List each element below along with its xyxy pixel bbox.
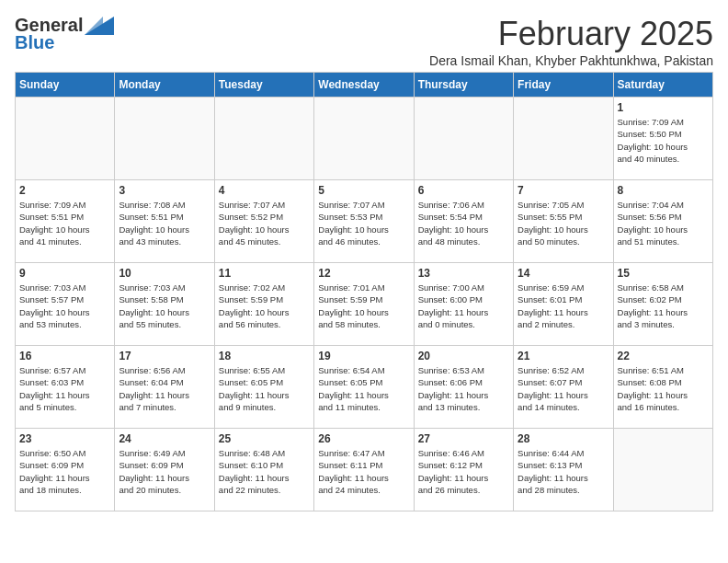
calendar-cell: 17Sunrise: 6:56 AM Sunset: 6:04 PM Dayli…: [115, 346, 214, 429]
day-info: Sunrise: 7:00 AM Sunset: 6:00 PM Dayligh…: [418, 282, 509, 330]
calendar-cell: 15Sunrise: 6:58 AM Sunset: 6:02 PM Dayli…: [613, 263, 712, 346]
day-number: 26: [318, 432, 409, 445]
day-info: Sunrise: 7:01 AM Sunset: 5:59 PM Dayligh…: [318, 282, 409, 330]
day-info: Sunrise: 7:05 AM Sunset: 5:55 PM Dayligh…: [518, 199, 609, 247]
calendar-cell: [613, 429, 712, 511]
day-info: Sunrise: 6:48 AM Sunset: 6:10 PM Dayligh…: [219, 447, 310, 496]
calendar-cell: 23Sunrise: 6:50 AM Sunset: 6:09 PM Dayli…: [16, 429, 115, 511]
calendar-cell: 18Sunrise: 6:55 AM Sunset: 6:05 PM Dayli…: [214, 346, 313, 429]
day-number: 6: [418, 184, 509, 197]
calendar-cell: 11Sunrise: 7:02 AM Sunset: 5:59 PM Dayli…: [214, 263, 313, 346]
day-number: 23: [19, 432, 110, 445]
day-number: 21: [518, 350, 609, 362]
calendar-cell: 7Sunrise: 7:05 AM Sunset: 5:55 PM Daylig…: [514, 180, 613, 263]
calendar-cell: [115, 98, 214, 180]
calendar-cell: [314, 98, 414, 180]
calendar-cell: 26Sunrise: 6:47 AM Sunset: 6:11 PM Dayli…: [314, 429, 414, 511]
calendar-cell: 8Sunrise: 7:04 AM Sunset: 5:56 PM Daylig…: [613, 180, 712, 263]
logo: General Blue: [15, 15, 114, 53]
weekday-header-friday: Friday: [514, 73, 613, 98]
day-number: 17: [119, 350, 210, 362]
day-number: 22: [618, 350, 709, 362]
day-info: Sunrise: 6:53 AM Sunset: 6:06 PM Dayligh…: [418, 364, 509, 413]
calendar-cell: 27Sunrise: 6:46 AM Sunset: 6:12 PM Dayli…: [414, 429, 513, 511]
day-info: Sunrise: 7:07 AM Sunset: 5:53 PM Dayligh…: [318, 199, 409, 247]
day-number: 9: [19, 267, 110, 280]
weekday-header-saturday: Saturday: [613, 73, 712, 98]
day-info: Sunrise: 7:08 AM Sunset: 5:51 PM Dayligh…: [119, 199, 210, 247]
calendar-cell: 5Sunrise: 7:07 AM Sunset: 5:53 PM Daylig…: [314, 180, 414, 263]
svg-marker-1: [85, 17, 103, 35]
day-number: 18: [219, 350, 310, 362]
calendar-cell: 21Sunrise: 6:52 AM Sunset: 6:07 PM Dayli…: [514, 346, 613, 429]
day-number: 16: [19, 350, 110, 362]
day-number: 25: [219, 432, 310, 445]
calendar-cell: 6Sunrise: 7:06 AM Sunset: 5:54 PM Daylig…: [414, 180, 513, 263]
day-number: 28: [518, 432, 609, 445]
page-header: General Blue February 2025 Dera Ismail K…: [15, 15, 713, 68]
day-info: Sunrise: 6:49 AM Sunset: 6:09 PM Dayligh…: [119, 447, 210, 496]
day-info: Sunrise: 7:02 AM Sunset: 5:59 PM Dayligh…: [219, 282, 310, 330]
calendar-cell: [214, 98, 313, 180]
day-info: Sunrise: 7:09 AM Sunset: 5:51 PM Dayligh…: [19, 199, 110, 247]
calendar-cell: 9Sunrise: 7:03 AM Sunset: 5:57 PM Daylig…: [16, 263, 115, 346]
day-number: 24: [119, 432, 210, 445]
day-info: Sunrise: 7:03 AM Sunset: 5:57 PM Dayligh…: [19, 282, 110, 330]
calendar-cell: [514, 98, 613, 180]
day-info: Sunrise: 6:55 AM Sunset: 6:05 PM Dayligh…: [219, 364, 310, 413]
day-number: 3: [119, 184, 210, 197]
calendar-cell: 16Sunrise: 6:57 AM Sunset: 6:03 PM Dayli…: [16, 346, 115, 429]
day-info: Sunrise: 6:57 AM Sunset: 6:03 PM Dayligh…: [19, 364, 110, 413]
day-info: Sunrise: 7:04 AM Sunset: 5:56 PM Dayligh…: [618, 199, 709, 247]
weekday-header-wednesday: Wednesday: [314, 73, 414, 98]
day-number: 7: [518, 184, 609, 197]
calendar-cell: 13Sunrise: 7:00 AM Sunset: 6:00 PM Dayli…: [414, 263, 513, 346]
day-info: Sunrise: 6:47 AM Sunset: 6:11 PM Dayligh…: [318, 447, 409, 496]
day-number: 8: [618, 184, 709, 197]
day-number: 1: [618, 101, 709, 114]
weekday-header-monday: Monday: [115, 73, 214, 98]
calendar-week-1: 1Sunrise: 7:09 AM Sunset: 5:50 PM Daylig…: [16, 98, 713, 180]
day-info: Sunrise: 6:52 AM Sunset: 6:07 PM Dayligh…: [518, 364, 609, 413]
day-info: Sunrise: 6:51 AM Sunset: 6:08 PM Dayligh…: [618, 364, 709, 413]
calendar-cell: 28Sunrise: 6:44 AM Sunset: 6:13 PM Dayli…: [514, 429, 613, 511]
day-number: 14: [518, 267, 609, 280]
day-number: 4: [219, 184, 310, 197]
calendar-week-5: 23Sunrise: 6:50 AM Sunset: 6:09 PM Dayli…: [16, 429, 713, 511]
calendar-cell: [414, 98, 513, 180]
calendar-table: SundayMondayTuesdayWednesdayThursdayFrid…: [15, 72, 713, 511]
calendar-week-3: 9Sunrise: 7:03 AM Sunset: 5:57 PM Daylig…: [16, 263, 713, 346]
day-info: Sunrise: 6:54 AM Sunset: 6:05 PM Dayligh…: [318, 364, 409, 413]
day-number: 19: [318, 350, 409, 362]
day-info: Sunrise: 6:58 AM Sunset: 6:02 PM Dayligh…: [618, 282, 709, 330]
day-info: Sunrise: 6:50 AM Sunset: 6:09 PM Dayligh…: [19, 447, 110, 496]
weekday-header-thursday: Thursday: [414, 73, 513, 98]
logo-blue-text: Blue: [15, 32, 54, 53]
day-number: 10: [119, 267, 210, 280]
calendar-header-row: SundayMondayTuesdayWednesdayThursdayFrid…: [16, 73, 713, 98]
day-number: 20: [418, 350, 509, 362]
calendar-cell: 10Sunrise: 7:03 AM Sunset: 5:58 PM Dayli…: [115, 263, 214, 346]
logo-icon: [85, 17, 114, 35]
day-number: 15: [618, 267, 709, 280]
calendar-body: 1Sunrise: 7:09 AM Sunset: 5:50 PM Daylig…: [16, 98, 713, 511]
day-info: Sunrise: 6:59 AM Sunset: 6:01 PM Dayligh…: [518, 282, 609, 330]
day-info: Sunrise: 6:46 AM Sunset: 6:12 PM Dayligh…: [418, 447, 509, 496]
day-number: 11: [219, 267, 310, 280]
calendar-cell: 14Sunrise: 6:59 AM Sunset: 6:01 PM Dayli…: [514, 263, 613, 346]
calendar-cell: 12Sunrise: 7:01 AM Sunset: 5:59 PM Dayli…: [314, 263, 414, 346]
day-number: 2: [19, 184, 110, 197]
calendar-cell: 22Sunrise: 6:51 AM Sunset: 6:08 PM Dayli…: [613, 346, 712, 429]
calendar-cell: 4Sunrise: 7:07 AM Sunset: 5:52 PM Daylig…: [214, 180, 313, 263]
day-info: Sunrise: 7:09 AM Sunset: 5:50 PM Dayligh…: [618, 116, 709, 165]
weekday-header-tuesday: Tuesday: [214, 73, 313, 98]
day-number: 27: [418, 432, 509, 445]
subtitle: Dera Ismail Khan, Khyber Pakhtunkhwa, Pa…: [429, 53, 713, 68]
title-area: February 2025 Dera Ismail Khan, Khyber P…: [429, 15, 713, 68]
calendar-cell: 24Sunrise: 6:49 AM Sunset: 6:09 PM Dayli…: [115, 429, 214, 511]
day-info: Sunrise: 6:44 AM Sunset: 6:13 PM Dayligh…: [518, 447, 609, 496]
day-info: Sunrise: 7:06 AM Sunset: 5:54 PM Dayligh…: [418, 199, 509, 247]
day-number: 13: [418, 267, 509, 280]
calendar-week-2: 2Sunrise: 7:09 AM Sunset: 5:51 PM Daylig…: [16, 180, 713, 263]
calendar-cell: 20Sunrise: 6:53 AM Sunset: 6:06 PM Dayli…: [414, 346, 513, 429]
